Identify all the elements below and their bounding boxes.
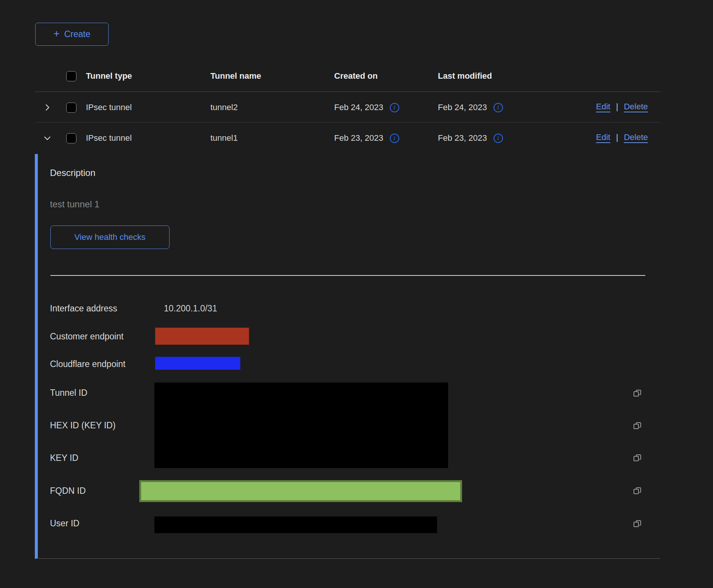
edit-link[interactable]: Edit <box>596 102 610 112</box>
row-actions: Edit | Delete <box>596 132 648 142</box>
last-modified-cell: Feb 24, 2023 i <box>438 102 503 113</box>
user-id-redacted-value <box>154 516 437 533</box>
tunnels-table: Tunnel type Tunnel name Created on Last … <box>35 61 660 559</box>
header-created-on: Created on <box>334 71 378 81</box>
last-modified-date: Feb 24, 2023 <box>438 102 487 113</box>
tunnel-name-cell: tunnel2 <box>210 102 238 113</box>
plus-icon: + <box>53 28 59 39</box>
created-on-cell: Feb 24, 2023 i <box>334 102 399 113</box>
customer-endpoint-label: Customer endpoint <box>50 331 123 342</box>
interface-address-label: Interface address <box>50 303 117 314</box>
customer-endpoint-redacted-value <box>155 328 249 345</box>
last-modified-cell: Feb 23, 2023 i <box>438 133 503 143</box>
row-checkbox[interactable] <box>66 133 76 143</box>
expanded-tunnel-panel: Description test tunnel 1 View health ch… <box>35 154 660 559</box>
info-icon[interactable]: i <box>493 134 503 143</box>
table-header-row: Tunnel type Tunnel name Created on Last … <box>35 61 660 92</box>
cloudflare-endpoint-redacted-value <box>155 357 240 370</box>
create-button[interactable]: + Create <box>35 23 109 46</box>
info-icon[interactable]: i <box>390 134 399 143</box>
copy-hex-id-button[interactable] <box>631 420 643 432</box>
copy-user-id-button[interactable] <box>631 518 643 530</box>
select-all-checkbox[interactable] <box>66 71 76 81</box>
info-icon[interactable]: i <box>390 103 399 112</box>
view-health-checks-button[interactable]: View health checks <box>50 226 170 249</box>
tunnel-id-label: Tunnel ID <box>50 387 87 398</box>
hex-id-label: HEX ID (KEY ID) <box>50 420 115 431</box>
tunnels-page: + Create Tunnel type Tunnel name Created… <box>0 0 713 588</box>
ids-redacted-value <box>154 383 448 468</box>
panel-divider <box>50 275 645 276</box>
create-button-label: Create <box>64 29 90 39</box>
chevron-right-icon <box>44 104 51 111</box>
collapse-row-button[interactable] <box>42 133 52 143</box>
created-on-date: Feb 23, 2023 <box>334 133 383 143</box>
copy-icon <box>632 486 643 496</box>
delete-link[interactable]: Delete <box>624 132 648 142</box>
copy-icon <box>632 388 643 399</box>
row-actions: Edit | Delete <box>596 102 648 112</box>
copy-icon <box>632 421 643 431</box>
row-checkbox[interactable] <box>66 103 76 113</box>
fqdn-id-redacted-value <box>139 480 462 502</box>
cloudflare-endpoint-label: Cloudflare endpoint <box>50 359 125 369</box>
expand-row-button[interactable] <box>42 103 52 112</box>
description-value: test tunnel 1 <box>50 199 100 210</box>
delete-link[interactable]: Delete <box>624 102 648 112</box>
copy-fqdn-id-button[interactable] <box>631 485 643 497</box>
copy-icon <box>632 453 643 464</box>
actions-separator: | <box>616 102 618 112</box>
user-id-label: User ID <box>50 518 79 529</box>
chevron-down-icon <box>44 134 51 142</box>
copy-tunnel-id-button[interactable] <box>631 387 643 400</box>
fqdn-id-label: FQDN ID <box>50 485 86 496</box>
key-id-label: KEY ID <box>50 453 78 463</box>
created-on-date: Feb 24, 2023 <box>334 102 383 113</box>
interface-address-value: 10.200.1.0/31 <box>164 303 217 314</box>
info-icon[interactable]: i <box>493 103 503 112</box>
table-row: IPsec tunnel tunnel1 Feb 23, 2023 i Feb … <box>35 123 660 154</box>
created-on-cell: Feb 23, 2023 i <box>334 133 399 143</box>
header-last-modified: Last modified <box>438 71 492 81</box>
edit-link[interactable]: Edit <box>596 132 610 142</box>
last-modified-date: Feb 23, 2023 <box>438 133 487 143</box>
copy-icon <box>632 519 643 529</box>
table-row: IPsec tunnel tunnel2 Feb 24, 2023 i Feb … <box>35 92 660 123</box>
header-tunnel-type: Tunnel type <box>86 71 132 81</box>
description-label: Description <box>50 168 95 178</box>
actions-separator: | <box>616 132 618 142</box>
copy-key-id-button[interactable] <box>631 452 643 464</box>
tunnel-type-cell: IPsec tunnel <box>86 102 132 113</box>
tunnel-name-cell: tunnel1 <box>210 133 238 143</box>
header-tunnel-name: Tunnel name <box>210 71 261 81</box>
tunnel-type-cell: IPsec tunnel <box>86 133 132 143</box>
